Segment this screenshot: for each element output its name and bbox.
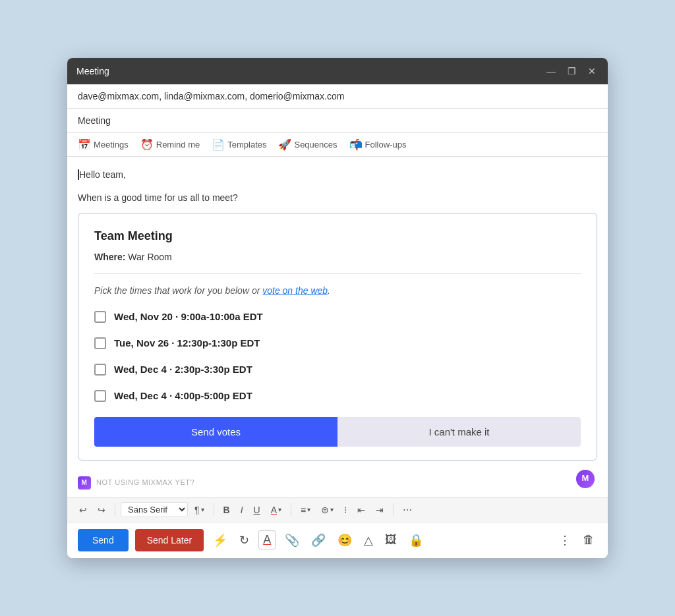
- font-size-button[interactable]: ¶ ▾: [191, 502, 208, 518]
- followups-icon: 📬: [349, 138, 363, 151]
- italic-button[interactable]: I: [237, 502, 247, 518]
- remind-label: Remind me: [156, 140, 200, 150]
- window-title: Meeting: [76, 66, 109, 76]
- format-separator-2: [214, 503, 214, 517]
- emoji-button[interactable]: 😊: [335, 530, 355, 550]
- time-label-2: Tue, Nov 26 · 12:30p-1:30p EDT: [114, 335, 260, 351]
- link-icon: 🔗: [311, 533, 326, 547]
- indent-increase-button[interactable]: ⇥: [372, 502, 388, 518]
- to-field[interactable]: dave@mixmax.com, linda@mixmax.com, domer…: [67, 84, 608, 109]
- mixmax-promo: M NOT USING MIXMAX YET?: [78, 470, 597, 492]
- templates-icon: 📄: [212, 138, 225, 151]
- followups-button[interactable]: 📬 Follow-ups: [349, 138, 407, 151]
- time-checkbox-2[interactable]: [94, 337, 106, 349]
- undo-button[interactable]: ↩: [75, 502, 91, 518]
- lock-button[interactable]: 🔒: [406, 530, 426, 550]
- bottom-toolbar: Send Send Later ⚡ ↻ A 📎 🔗 😊 △ 🖼 🔒: [67, 522, 608, 558]
- subject-value: Meeting: [78, 115, 111, 126]
- window-controls: — ❐ ✕: [544, 65, 599, 77]
- more-button[interactable]: ⋮: [556, 530, 573, 550]
- font-color-button[interactable]: A▾: [267, 502, 285, 518]
- ordered-list-button[interactable]: ⊜ ▾: [317, 502, 338, 518]
- time-option-1[interactable]: Wed, Nov 20 · 9:00a-10:00a EDT: [94, 309, 581, 325]
- time-label-3: Wed, Dec 4 · 2:30p-3:30p EDT: [114, 362, 252, 378]
- mixmax-inline-icon: M: [78, 476, 91, 490]
- lock-icon: 🔒: [409, 533, 423, 547]
- templates-button[interactable]: 📄 Templates: [212, 138, 266, 151]
- font-color-bottom-button[interactable]: A: [258, 530, 276, 549]
- attach-button[interactable]: 📎: [282, 530, 302, 550]
- format-toolbar: ↩ ↪ Sans Serif Serif Monospace ¶ ▾ B I U…: [67, 497, 608, 522]
- where-label: Where:: [94, 252, 125, 262]
- remind-me-button[interactable]: ⏰ Remind me: [140, 138, 200, 151]
- time-option-4[interactable]: Wed, Dec 4 · 4:00p-5:00p EDT: [94, 388, 581, 404]
- more-format-button[interactable]: ⋯: [399, 502, 416, 518]
- meeting-card-location: Where: War Room: [94, 250, 581, 264]
- trash-icon: 🗑: [583, 533, 595, 547]
- time-label-1: Wed, Nov 20 · 9:00a-10:00a EDT: [114, 309, 263, 325]
- feature-toolbar: 📅 Meetings ⏰ Remind me 📄 Templates 🚀 Seq…: [67, 133, 608, 157]
- font-family-select[interactable]: Sans Serif Serif Monospace: [121, 502, 188, 517]
- sequences-button[interactable]: 🚀 Sequences: [278, 138, 337, 151]
- format-separator-4: [393, 503, 394, 517]
- where-value: War Room: [128, 252, 171, 262]
- image-icon: 🖼: [385, 533, 397, 547]
- indent-decrease-button[interactable]: ⇤: [353, 502, 369, 518]
- bold-button[interactable]: B: [220, 502, 234, 518]
- maximize-button[interactable]: ❐: [565, 65, 579, 77]
- meeting-card: Team Meeting Where: War Room Pick the ti…: [78, 213, 597, 461]
- meeting-instruction: Pick the times that work for you below o…: [94, 283, 581, 298]
- meeting-card-title: Team Meeting: [94, 227, 581, 246]
- time-label-4: Wed, Dec 4 · 4:00p-5:00p EDT: [114, 388, 252, 404]
- time-checkbox-1[interactable]: [94, 311, 106, 323]
- unordered-list-button[interactable]: ⁝: [340, 502, 351, 518]
- greeting-text: Hello team,: [78, 167, 597, 182]
- cant-make-button[interactable]: I can't make it: [338, 417, 581, 447]
- mixmax-promo-text: NOT USING MIXMAX YET?: [96, 477, 194, 489]
- minimize-button[interactable]: —: [544, 65, 558, 77]
- send-later-button[interactable]: Send Later: [135, 529, 204, 551]
- format-separator-1: [115, 503, 115, 517]
- meetings-icon: 📅: [78, 138, 91, 151]
- subject-field[interactable]: Meeting: [67, 109, 608, 133]
- more-icon: ⋮: [559, 533, 571, 547]
- trash-button[interactable]: 🗑: [580, 530, 597, 549]
- emoji-icon: 😊: [338, 533, 352, 547]
- drive-button[interactable]: △: [361, 530, 376, 550]
- time-checkbox-4[interactable]: [94, 390, 106, 402]
- question-text: When is a good time for us all to meet?: [78, 190, 597, 205]
- image-button[interactable]: 🖼: [382, 530, 399, 549]
- format-separator-3: [291, 503, 291, 517]
- to-value: dave@mixmax.com, linda@mixmax.com, domer…: [78, 91, 344, 101]
- font-color-bottom-icon: A: [263, 533, 271, 547]
- align-button[interactable]: ≡ ▾: [297, 502, 314, 518]
- meetings-button[interactable]: 📅 Meetings: [78, 138, 129, 151]
- flash-icon: ⚡: [213, 533, 227, 547]
- flash-button[interactable]: ⚡: [210, 530, 230, 550]
- underline-button[interactable]: U: [250, 502, 264, 518]
- refresh-button[interactable]: ↻: [237, 530, 252, 550]
- sequences-icon: 🚀: [278, 138, 291, 151]
- sequences-label: Sequences: [294, 140, 337, 150]
- time-option-2[interactable]: Tue, Nov 26 · 12:30p-1:30p EDT: [94, 335, 581, 351]
- email-body[interactable]: Hello team, When is a good time for us a…: [67, 157, 608, 497]
- send-button[interactable]: Send: [78, 529, 129, 551]
- time-option-3[interactable]: Wed, Dec 4 · 2:30p-3:30p EDT: [94, 362, 581, 378]
- remind-icon: ⏰: [140, 138, 154, 151]
- time-checkbox-3[interactable]: [94, 364, 106, 376]
- meeting-actions: Send votes I can't make it: [94, 417, 581, 447]
- attach-icon: 📎: [285, 533, 299, 547]
- refresh-icon: ↻: [239, 533, 249, 547]
- send-votes-button[interactable]: Send votes: [94, 417, 338, 447]
- card-divider: [94, 273, 581, 274]
- drive-icon: △: [364, 533, 373, 547]
- link-button[interactable]: 🔗: [308, 530, 328, 550]
- templates-label: Templates: [227, 140, 266, 150]
- close-button[interactable]: ✕: [585, 65, 599, 77]
- title-bar: Meeting — ❐ ✕: [67, 58, 608, 84]
- vote-on-web-link[interactable]: vote on the web: [262, 285, 328, 296]
- redo-button[interactable]: ↪: [94, 502, 109, 518]
- compose-window: Meeting — ❐ ✕ dave@mixmax.com, linda@mix…: [67, 58, 608, 557]
- followups-label: Follow-ups: [365, 140, 407, 150]
- mixmax-float-icon[interactable]: M: [576, 470, 595, 488]
